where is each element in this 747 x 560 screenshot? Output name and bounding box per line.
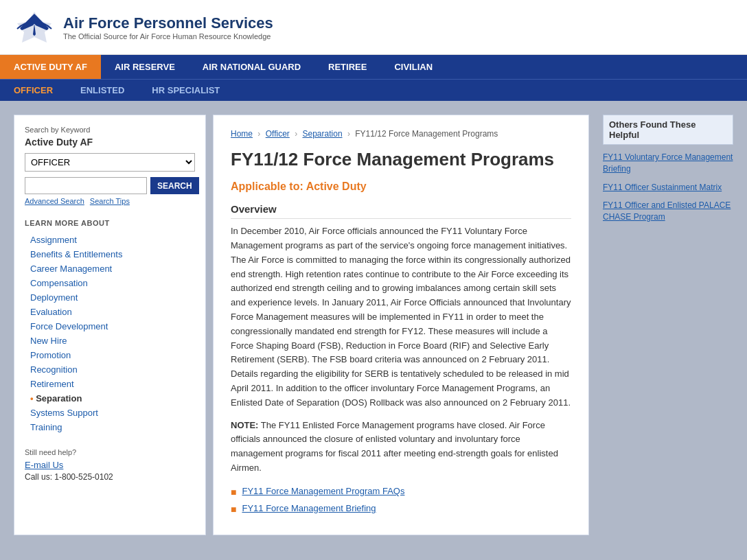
search-button[interactable]: SEARCH <box>150 177 199 194</box>
search-category: Active Duty AF <box>25 137 195 148</box>
sidebar: Search by Keyword Active Duty AF OFFICER… <box>14 115 206 535</box>
logo-text: Air Force Personnel Services The Officia… <box>63 14 273 40</box>
learn-more-label: LEARN MORE ABOUT <box>25 219 195 227</box>
sidebar-nav: LEARN MORE ABOUT Assignment Benefits & E… <box>25 219 195 434</box>
sidebar-item-benefits-entitlements[interactable]: Benefits & Entitlements <box>25 247 195 261</box>
breadcrumb-current: FY11/12 Force Management Programs <box>355 129 498 139</box>
bullet-2: ■ <box>231 503 236 517</box>
helpful-title: Others Found These Helpful <box>603 115 733 145</box>
nav-air-reserve[interactable]: AIR RESERVE <box>101 55 189 79</box>
content-link-item-1: ■ FY11 Force Management Program FAQs <box>231 486 571 500</box>
helpful-link-2[interactable]: FY11 Officer Sustainment Matrix <box>603 182 733 194</box>
content-link-briefing[interactable]: FY11 Force Management Briefing <box>242 503 376 513</box>
email-us-link[interactable]: E-mail Us <box>25 460 195 470</box>
content-links: ■ FY11 Force Management Program FAQs ■ F… <box>231 486 571 517</box>
search-tips-link[interactable]: Search Tips <box>90 197 130 205</box>
helpful-link-3[interactable]: FY11 Officer and Enlisted PALACE CHASE P… <box>603 200 733 223</box>
breadcrumb: Home › Officer › Separation › FY11/12 Fo… <box>231 129 571 139</box>
bullet-1: ■ <box>231 486 236 500</box>
call-us-label: Call us: 1-800-525-0102 <box>25 472 195 482</box>
still-need-help: Still need help? E-mail Us Call us: 1-80… <box>25 448 195 482</box>
svg-point-1 <box>31 17 38 24</box>
sidebar-item-compensation[interactable]: Compensation <box>25 276 195 290</box>
search-label: Search by Keyword <box>25 126 195 134</box>
advanced-search-link[interactable]: Advanced Search <box>25 197 84 205</box>
search-section: Search by Keyword Active Duty AF OFFICER… <box>25 126 195 205</box>
site-header: Air Force Personnel Services The Officia… <box>0 0 747 55</box>
subnav-hr-specialist[interactable]: HR SPECIALIST <box>138 80 233 101</box>
sidebar-item-retirement[interactable]: Retirement <box>25 377 195 391</box>
note-bold: NOTE: <box>231 420 258 430</box>
sidebar-item-career-management[interactable]: Career Management <box>25 261 195 276</box>
top-navigation: ACTIVE DUTY AF AIR RESERVE AIR NATIONAL … <box>0 55 747 79</box>
content-link-item-2: ■ FY11 Force Management Briefing <box>231 503 571 517</box>
search-input[interactable] <box>25 177 147 194</box>
sidebar-item-systems-support[interactable]: Systems Support <box>25 406 195 420</box>
subnav-enlisted[interactable]: ENLISTED <box>67 80 138 101</box>
subnav-officer[interactable]: OFFICER <box>0 80 67 101</box>
sidebar-item-training[interactable]: Training <box>25 420 195 434</box>
sub-navigation: OFFICER ENLISTED HR SPECIALIST <box>0 79 747 101</box>
site-subtitle: The Official Source for Air Force Human … <box>63 32 273 40</box>
breadcrumb-sep-3: › <box>347 129 350 139</box>
breadcrumb-home[interactable]: Home <box>231 129 253 139</box>
af-logo-icon <box>14 8 55 46</box>
sidebar-item-promotion[interactable]: Promotion <box>25 348 195 362</box>
sidebar-item-new-hire[interactable]: New Hire <box>25 334 195 348</box>
search-select[interactable]: OFFICER ENLISTED HR SPECIALIST <box>25 153 195 172</box>
breadcrumb-separation[interactable]: Separation <box>303 129 343 139</box>
sidebar-item-assignment[interactable]: Assignment <box>25 233 195 247</box>
site-title: Air Force Personnel Services <box>63 14 273 32</box>
nav-civilian[interactable]: CIVILIAN <box>380 55 446 79</box>
still-need-help-label: Still need help? <box>25 448 195 456</box>
breadcrumb-sep-2: › <box>295 129 297 139</box>
applicable-to: Applicable to: Active Duty <box>231 180 571 193</box>
nav-air-national-guard[interactable]: AIR NATIONAL GUARD <box>189 55 314 79</box>
logo-area: Air Force Personnel Services The Officia… <box>14 8 273 46</box>
sidebar-item-separation[interactable]: Separation <box>25 391 195 406</box>
main-container: Search by Keyword Active Duty AF OFFICER… <box>0 101 747 549</box>
overview-heading: Overview <box>231 203 571 219</box>
sidebar-item-evaluation[interactable]: Evaluation <box>25 305 195 319</box>
main-body-text: In December 2010, Air Force officials an… <box>231 224 571 410</box>
search-input-row: SEARCH <box>25 177 195 194</box>
helpful-link-1[interactable]: FY11 Voluntary Force Management Briefing <box>603 152 733 175</box>
breadcrumb-sep-1: › <box>257 129 260 139</box>
right-panel: Others Found These Helpful FY11 Voluntar… <box>596 115 733 535</box>
sidebar-item-recognition[interactable]: Recognition <box>25 362 195 377</box>
main-content: Home › Officer › Separation › FY11/12 Fo… <box>213 115 589 535</box>
sidebar-item-force-development[interactable]: Force Development <box>25 319 195 334</box>
note-body: The FY11 Enlisted Force Management progr… <box>231 420 558 473</box>
search-links: Advanced Search Search Tips <box>25 197 195 205</box>
content-link-faqs[interactable]: FY11 Force Management Program FAQs <box>242 486 404 496</box>
page-title: FY11/12 Force Management Programs <box>231 149 571 170</box>
sidebar-item-deployment[interactable]: Deployment <box>25 290 195 305</box>
nav-retiree[interactable]: RETIREE <box>314 55 380 79</box>
note-text: NOTE: The FY11 Enlisted Force Management… <box>231 419 571 476</box>
breadcrumb-officer[interactable]: Officer <box>266 129 290 139</box>
nav-active-duty-af[interactable]: ACTIVE DUTY AF <box>0 55 101 79</box>
